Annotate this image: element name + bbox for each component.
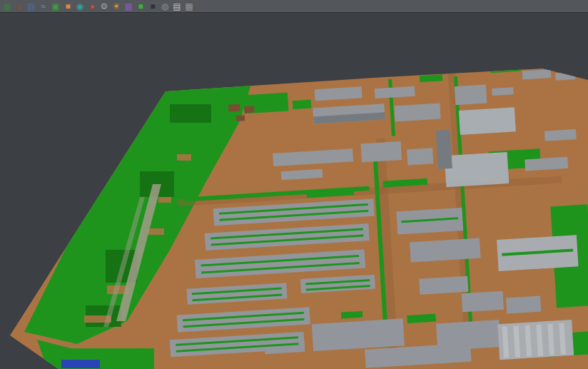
record-icon[interactable]: ● — [87, 1, 97, 11]
mesh-icon[interactable]: ▦ — [184, 1, 194, 11]
gear-icon[interactable]: ⚙ — [99, 1, 109, 11]
grid-icon[interactable]: ▦ — [2, 1, 12, 11]
globe-icon[interactable]: ◍ — [160, 1, 170, 11]
document-icon[interactable]: ▤ — [172, 1, 182, 11]
terrain-icon[interactable]: ▲ — [14, 1, 24, 11]
viewport-3d[interactable] — [0, 13, 588, 369]
palette-grid-icon[interactable]: ▦ — [123, 1, 133, 11]
dark-square-icon[interactable]: ■ — [148, 1, 158, 11]
green-square-icon[interactable]: ■ — [136, 1, 146, 11]
target-icon[interactable]: ◉ — [75, 1, 85, 11]
sun-icon[interactable]: ☀ — [111, 1, 121, 11]
water-icon[interactable]: ≈ — [39, 1, 49, 11]
layers-icon[interactable]: ▤ — [26, 1, 36, 11]
main-toolbar: ▦ ▲ ▤ ≈ ▣ ■ ◉ ● ⚙ ☀ ▦ ■ ■ ◍ ▤ ▦ — [0, 0, 588, 13]
box-icon[interactable]: ■ — [63, 1, 73, 11]
cube-icon[interactable]: ▣ — [51, 1, 61, 11]
application-window: ▦ ▲ ▤ ≈ ▣ ■ ◉ ● ⚙ ☀ ▦ ■ ■ ◍ ▤ ▦ — [0, 0, 588, 369]
